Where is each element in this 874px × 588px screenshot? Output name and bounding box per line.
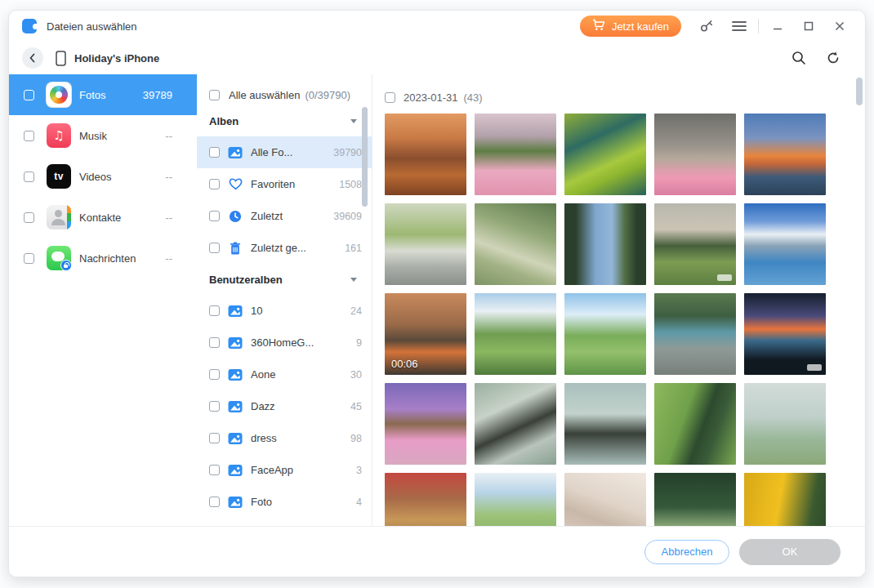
maximize-button[interactable] [796, 16, 821, 37]
photo-watermark [807, 364, 822, 371]
close-button[interactable] [827, 16, 852, 37]
photo-thumb-alpine-valley[interactable] [564, 293, 646, 375]
album-row[interactable]: Zuletzt ge... 161 [197, 232, 372, 264]
photo-thumb-swan-and-bird[interactable] [564, 383, 646, 465]
album-row[interactable]: FaceApp 3 [197, 454, 372, 486]
album-count: 39790 [333, 147, 362, 158]
sidebar-item-nachrichten[interactable]: Nachrichten -- [9, 238, 197, 278]
minimize-button[interactable] [765, 16, 790, 37]
photo-thumb-city-street-tulips[interactable] [654, 114, 736, 195]
album-label: Dazz [251, 400, 275, 412]
chevron-down-icon[interactable] [350, 119, 357, 123]
albums-scrollbar[interactable] [362, 107, 368, 207]
album-icon [228, 368, 243, 382]
photo-thumb-black-swan-flowers[interactable] [475, 383, 556, 465]
album-section-header[interactable]: Alben [197, 105, 372, 136]
ok-button[interactable]: OK [739, 539, 841, 565]
sidebar-item-kontakte[interactable]: Kontakte -- [9, 197, 197, 238]
photo-thumb-market-red-awning[interactable] [385, 473, 466, 526]
search-icon[interactable] [787, 47, 811, 69]
album-row[interactable]: dress 98 [197, 422, 372, 454]
album-checkbox[interactable] [209, 369, 220, 380]
select-all-row[interactable]: Alle auswählen (0/39790) [197, 84, 372, 105]
album-label: Foto [251, 496, 272, 508]
contacts-app-icon [47, 205, 71, 229]
album-checkbox[interactable] [209, 179, 220, 189]
photo-grid-panel: 2023-01-31 (43) [372, 74, 865, 526]
register-key-icon[interactable] [694, 16, 719, 37]
album-label: 10 [251, 305, 262, 317]
photo-thumb-bus-interior[interactable] [385, 203, 466, 285]
sidebar-item-label: Musik [79, 130, 107, 142]
photo-thumb-yellow-autumn-tree[interactable] [744, 473, 826, 526]
photo-thumb-lone-tree-meadow[interactable] [654, 203, 736, 285]
photo-thumb-green-tree-sky[interactable] [475, 473, 556, 526]
photos-scrollbar[interactable] [856, 78, 863, 105]
album-label: Zuletzt ge... [251, 242, 306, 254]
back-button[interactable] [22, 47, 43, 69]
album-checkbox[interactable] [209, 465, 220, 475]
album-row[interactable]: Zuletzt 39609 [197, 200, 372, 232]
album-sections: Alben Alle Fo... 39790 Favoriten 1508 Zu… [197, 105, 372, 518]
clock-icon [228, 209, 243, 224]
album-count: 3 [356, 465, 362, 476]
photo-thumb-harbor-sunset-lamp[interactable] [385, 114, 466, 195]
album-label: 360HomeG... [251, 336, 314, 349]
photo-thumb-tulip-field-blossoms[interactable] [475, 114, 556, 195]
album-checkbox[interactable] [209, 337, 220, 348]
photo-thumb-car-window-palms[interactable] [744, 293, 826, 375]
photo-watermark [717, 274, 732, 281]
photo-thumb-sunset-village-video[interactable]: 00:06 [385, 293, 466, 375]
sidebar-item-fotos[interactable]: Fotos 39789 [9, 74, 197, 115]
album-checkbox[interactable] [209, 147, 220, 158]
date-group-checkbox[interactable] [385, 92, 395, 103]
album-count: 45 [350, 401, 362, 412]
album-checkbox[interactable] [209, 211, 220, 221]
photo-thumb-branch-purple-sky[interactable] [385, 383, 466, 465]
sidebar-item-label: Nachrichten [79, 252, 136, 265]
sidebar-item-videos[interactable]: tv Videos -- [9, 156, 197, 197]
photo-thumb-pale-field-house[interactable] [744, 383, 826, 465]
album-row[interactable]: Foto 4 [197, 486, 372, 518]
photo-thumb-cherry-blossoms[interactable] [564, 473, 646, 526]
album-checkbox[interactable] [209, 497, 220, 507]
buy-now-button[interactable]: Jetzt kaufen [580, 16, 681, 37]
photo-thumb-forest-path[interactable] [654, 473, 736, 526]
album-checkbox[interactable] [209, 433, 220, 443]
musik-checkbox[interactable] [24, 131, 34, 141]
album-row[interactable]: Favoriten 1508 [197, 168, 372, 200]
album-checkbox[interactable] [209, 401, 220, 412]
sidebar-item-count: -- [165, 212, 172, 224]
cancel-button[interactable]: Abbrechen [644, 540, 729, 564]
nachrichten-checkbox[interactable] [24, 253, 34, 264]
album-checkbox[interactable] [209, 243, 220, 253]
album-row[interactable]: 10 24 [197, 295, 372, 327]
photo-thumb-forest-light-rays[interactable] [475, 203, 556, 285]
videos-checkbox[interactable] [24, 172, 34, 182]
photo-thumb-street-to-sea[interactable] [654, 293, 736, 375]
photo-thumb-trees-framing-sky[interactable] [564, 203, 646, 285]
select-all-checkbox[interactable] [209, 90, 220, 100]
album-row[interactable]: 360HomeG... 9 [197, 327, 372, 359]
photo-thumb-hillside-evergreens[interactable] [654, 383, 736, 465]
album-section-header[interactable]: Benutzeralben [197, 264, 372, 295]
refresh-icon[interactable] [821, 47, 845, 69]
photo-thumb-mountain-lake[interactable] [744, 203, 826, 285]
album-row[interactable]: Alle Fo... 39790 [197, 136, 372, 168]
album-checkbox[interactable] [209, 305, 220, 316]
menu-icon[interactable] [727, 16, 751, 37]
photo-thumb-lotus-leaves-pond[interactable] [564, 114, 646, 195]
fotos-checkbox[interactable] [24, 90, 34, 100]
album-label: Aone [251, 368, 275, 381]
kontakte-checkbox[interactable] [24, 212, 34, 223]
album-row[interactable]: Dazz 45 [197, 390, 372, 422]
album-icon [228, 336, 243, 350]
category-sidebar: Fotos 39789 Musik -- tv Videos -- Kontak… [9, 74, 197, 526]
photo-thumb-ocean-sunset-clouds[interactable] [744, 114, 826, 195]
photo-thumb-alpine-chalet-meadow[interactable] [475, 293, 556, 375]
section-header-label: Alben [209, 115, 239, 127]
chevron-down-icon[interactable] [350, 278, 357, 282]
sidebar-item-musik[interactable]: Musik -- [9, 115, 197, 156]
video-duration-badge: 00:06 [391, 358, 418, 370]
album-row[interactable]: Aone 30 [197, 359, 372, 390]
